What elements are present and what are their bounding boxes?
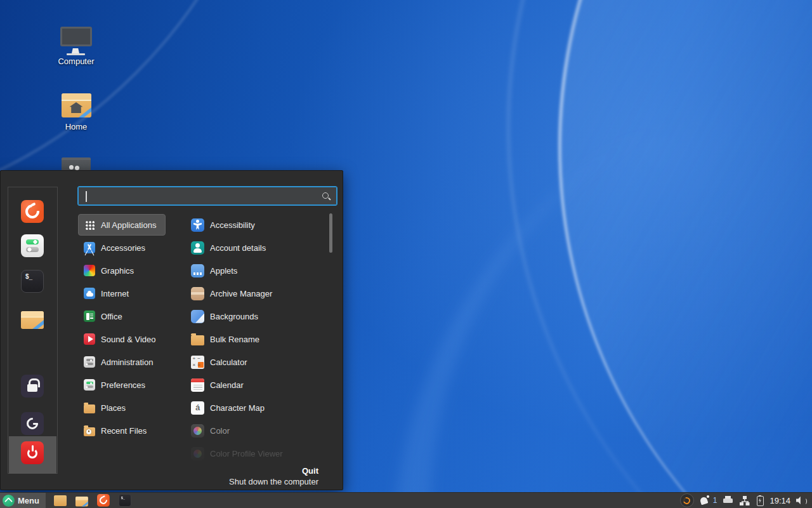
app-calculator[interactable]: Calculator	[185, 351, 257, 373]
search-input[interactable]	[78, 187, 337, 205]
terminal-launcher[interactable]	[119, 494, 131, 507]
application-menu: All Applications Accessories Graphics In…	[0, 170, 343, 490]
wallpaper-swoosh	[444, 0, 812, 508]
category-graphics[interactable]: Graphics	[78, 260, 143, 281]
character-map-icon	[191, 401, 204, 415]
shutdown-icon	[21, 441, 44, 464]
accessories-icon	[84, 242, 95, 253]
selection-info: Quit Shut down the computer	[229, 465, 318, 487]
color-profile-viewer-icon	[191, 447, 204, 460]
office-icon	[84, 311, 95, 322]
sound-video-icon	[84, 333, 95, 345]
network-icon[interactable]	[739, 496, 750, 505]
archive-manager-icon	[191, 287, 204, 300]
clock[interactable]: 19:14	[769, 496, 790, 505]
notification-count: 1	[713, 496, 717, 505]
category-accessories[interactable]: Accessories	[78, 237, 155, 258]
selection-title: Quit	[229, 465, 318, 476]
category-administration[interactable]: Administration	[78, 351, 162, 373]
app-calendar[interactable]: Calendar	[185, 374, 253, 396]
calculator-icon	[191, 356, 204, 369]
software-updates-icon[interactable]	[680, 493, 694, 507]
scrollbar-thumb[interactable]	[329, 213, 332, 253]
home-folder-icon	[62, 93, 91, 117]
terminal-icon[interactable]	[21, 270, 44, 293]
preferences-icon	[84, 379, 95, 391]
app-account-details[interactable]: Account details	[185, 237, 275, 258]
show-desktop-icon[interactable]	[54, 495, 67, 506]
category-recent-files[interactable]: Recent Files	[78, 420, 156, 441]
search-box	[77, 186, 337, 206]
app-accessibility[interactable]: Accessibility	[185, 214, 265, 236]
menu-button-label: Menu	[18, 496, 39, 505]
app-backgrounds[interactable]: Backgrounds	[185, 305, 268, 327]
category-preferences[interactable]: Preferences	[78, 374, 155, 396]
all-applications-icon	[84, 219, 95, 231]
files-icon	[75, 497, 88, 506]
app-color-profile-viewer[interactable]: Color Profile Viewer	[185, 443, 292, 464]
category-places[interactable]: Places	[78, 397, 135, 418]
text-cursor	[86, 191, 87, 202]
taskbar: Menu 1 19:14	[0, 492, 812, 508]
selection-subtitle: Shut down the computer	[229, 476, 318, 487]
wallpaper-swoosh	[417, 0, 812, 508]
firefox-launcher[interactable]	[97, 494, 110, 507]
category-internet[interactable]: Internet	[78, 283, 138, 304]
shutdown-button-selected[interactable]	[9, 436, 56, 474]
system-settings-icon[interactable]	[21, 234, 44, 257]
administration-icon	[84, 356, 95, 368]
category-list: All Applications Accessories Graphics In…	[78, 213, 166, 443]
application-list: Accessibility Account details Applets Ar…	[185, 213, 330, 465]
internet-icon	[84, 288, 95, 299]
terminal-icon	[119, 494, 131, 507]
desktop-icon-label: Home	[65, 122, 88, 131]
bulk-rename-icon	[191, 335, 204, 345]
house-glyph	[70, 102, 83, 113]
app-bulk-rename[interactable]: Bulk Rename	[185, 328, 269, 350]
app-applets[interactable]: Applets	[185, 260, 247, 281]
calendar-icon	[191, 378, 204, 392]
color-icon	[191, 424, 204, 438]
backgrounds-icon	[191, 310, 204, 323]
app-character-map[interactable]: Character Map	[185, 397, 274, 418]
applets-icon	[191, 264, 204, 277]
search-icon	[322, 192, 331, 201]
desktop-icon-computer[interactable]: Computer	[38, 27, 114, 66]
category-all-applications[interactable]: All Applications	[78, 214, 166, 236]
volume-icon[interactable]	[796, 495, 807, 505]
category-sound-video[interactable]: Sound & Video	[78, 328, 166, 350]
logout-icon[interactable]	[21, 412, 44, 435]
desktop-icon-label: Computer	[58, 57, 94, 66]
category-office[interactable]: Office	[78, 305, 132, 327]
computer-icon	[60, 27, 92, 46]
files-launcher[interactable]	[75, 494, 88, 507]
notifications-icon[interactable]	[700, 495, 710, 506]
places-icon	[84, 404, 95, 413]
system-tray: 1 19:14	[680, 493, 812, 507]
files-icon[interactable]	[21, 311, 44, 329]
favorites-column	[8, 187, 58, 474]
recent-files-icon	[84, 427, 95, 436]
printer-icon[interactable]	[723, 496, 733, 505]
account-details-icon	[191, 241, 204, 255]
mint-logo-icon	[3, 495, 15, 507]
app-archive-manager[interactable]: Archive Manager	[185, 283, 282, 304]
battery-charging-icon[interactable]	[756, 495, 764, 506]
firefox-icon	[97, 494, 110, 507]
lock-screen-icon[interactable]	[21, 375, 44, 398]
accessibility-icon	[191, 218, 204, 232]
desktop-icon-home[interactable]: Home	[38, 91, 114, 131]
menu-button[interactable]: Menu	[0, 493, 46, 508]
panel-launchers	[54, 494, 131, 507]
firefox-icon[interactable]	[21, 200, 44, 223]
graphics-icon	[84, 265, 95, 276]
app-color[interactable]: Color	[185, 420, 239, 441]
